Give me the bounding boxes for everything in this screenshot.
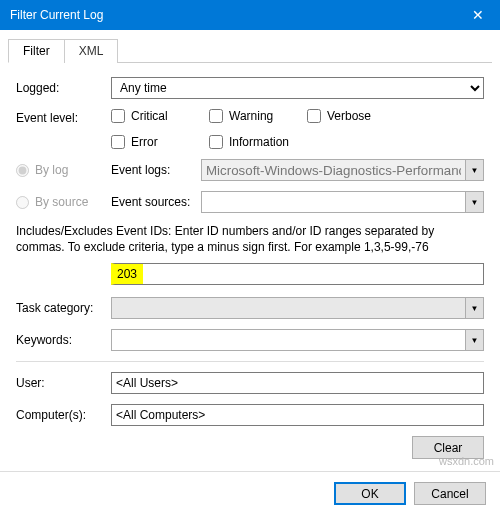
event-logs-combo: ▼ bbox=[201, 159, 484, 181]
divider bbox=[16, 361, 484, 362]
computers-input[interactable] bbox=[111, 404, 484, 426]
logged-select[interactable]: Any time bbox=[111, 77, 484, 99]
task-category-field bbox=[111, 297, 466, 319]
task-category-dropdown-icon[interactable]: ▼ bbox=[466, 297, 484, 319]
event-ids-row bbox=[111, 263, 484, 285]
chk-information[interactable] bbox=[209, 135, 223, 149]
task-category-combo: ▼ bbox=[111, 297, 484, 319]
radio-by-log-label: By log bbox=[35, 163, 68, 177]
radio-by-source-label: By source bbox=[35, 195, 88, 209]
radio-by-source bbox=[16, 196, 29, 209]
keywords-combo: ▼ bbox=[111, 329, 484, 351]
chk-error[interactable] bbox=[111, 135, 125, 149]
event-ids-description: Includes/Excludes Event IDs: Enter ID nu… bbox=[16, 223, 484, 255]
label-logged: Logged: bbox=[16, 81, 111, 95]
tab-filter[interactable]: Filter bbox=[8, 39, 65, 63]
label-user: User: bbox=[16, 376, 111, 390]
user-input[interactable] bbox=[111, 372, 484, 394]
chk-information-wrap: Information bbox=[209, 135, 289, 149]
label-computers: Computer(s): bbox=[16, 408, 111, 422]
tab-strip: Filter XML bbox=[8, 38, 492, 63]
label-event-level: Event level: bbox=[16, 109, 111, 125]
keywords-field[interactable] bbox=[111, 329, 466, 351]
window-title: Filter Current Log bbox=[10, 8, 103, 22]
chk-warning-wrap: Warning bbox=[209, 109, 289, 123]
chk-verbose-wrap: Verbose bbox=[307, 109, 387, 123]
titlebar: Filter Current Log ✕ bbox=[0, 0, 500, 30]
event-ids-input[interactable] bbox=[111, 263, 484, 285]
chk-information-label: Information bbox=[229, 135, 289, 149]
chk-critical[interactable] bbox=[111, 109, 125, 123]
keywords-dropdown-icon[interactable]: ▼ bbox=[466, 329, 484, 351]
chk-error-wrap: Error bbox=[111, 135, 191, 149]
chk-warning-label: Warning bbox=[229, 109, 273, 123]
chk-critical-wrap: Critical bbox=[111, 109, 191, 123]
label-task-category: Task category: bbox=[16, 301, 111, 315]
event-logs-dropdown-icon: ▼ bbox=[466, 159, 484, 181]
ok-button[interactable]: OK bbox=[334, 482, 406, 505]
cancel-button[interactable]: Cancel bbox=[414, 482, 486, 505]
form-area: Logged: Any time Event level: Critical W… bbox=[0, 63, 500, 471]
chk-critical-label: Critical bbox=[131, 109, 168, 123]
chk-warning[interactable] bbox=[209, 109, 223, 123]
radio-by-log bbox=[16, 164, 29, 177]
event-level-group: Critical Warning Verbose Error Informati… bbox=[111, 109, 484, 149]
label-keywords: Keywords: bbox=[16, 333, 111, 347]
radio-by-log-wrap: By log bbox=[16, 163, 111, 177]
event-sources-combo: ▼ bbox=[201, 191, 484, 213]
event-sources-input[interactable] bbox=[201, 191, 466, 213]
event-sources-dropdown-icon[interactable]: ▼ bbox=[466, 191, 484, 213]
chk-verbose[interactable] bbox=[307, 109, 321, 123]
event-logs-input bbox=[201, 159, 466, 181]
label-event-logs: Event logs: bbox=[111, 163, 201, 177]
tab-xml[interactable]: XML bbox=[64, 39, 119, 63]
close-icon[interactable]: ✕ bbox=[455, 0, 500, 30]
chk-verbose-label: Verbose bbox=[327, 109, 371, 123]
clear-button[interactable]: Clear bbox=[412, 436, 484, 459]
chk-error-label: Error bbox=[131, 135, 158, 149]
radio-by-source-wrap: By source bbox=[16, 195, 111, 209]
label-event-sources: Event sources: bbox=[111, 195, 201, 209]
dialog-buttons: OK Cancel bbox=[0, 471, 500, 507]
